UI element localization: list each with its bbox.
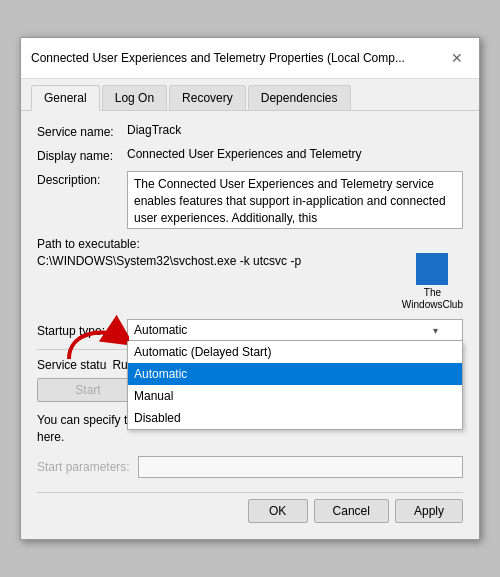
start-params-row: Start parameters: [37,456,463,478]
service-status-label: Service statu [37,358,106,372]
close-button[interactable]: ✕ [445,46,469,70]
description-row: Description: The Connected User Experien… [37,171,463,229]
dropdown-item-automatic[interactable]: Automatic [128,363,462,385]
startup-type-display[interactable]: Automatic ▾ [127,319,463,341]
service-name-label: Service name: [37,123,127,139]
path-label: Path to executable: [37,237,463,251]
path-value: C:\WINDOWS\System32\svchost.exe -k utcsv… [37,253,394,270]
blue-square-icon [416,253,448,285]
startup-select-area[interactable]: Automatic ▾ Automatic (Delayed Start) Au… [127,319,463,341]
startup-dropdown-list[interactable]: Automatic (Delayed Start) Automatic Manu… [127,341,463,430]
display-name-label: Display name: [37,147,127,163]
ok-button[interactable]: OK [248,499,308,523]
tab-general[interactable]: General [31,85,100,111]
dropdown-item-manual[interactable]: Manual [128,385,462,407]
dropdown-item-delayed[interactable]: Automatic (Delayed Start) [128,341,462,363]
start-params-input[interactable] [138,456,463,478]
description-label: Description: [37,171,127,187]
start-params-label: Start parameters: [37,460,130,474]
window-title: Connected User Experiences and Telemetry… [31,51,445,65]
display-name-row: Display name: Connected User Experiences… [37,147,463,163]
service-name-value: DiagTrack [127,123,463,137]
tab-dependencies[interactable]: Dependencies [248,85,351,110]
tab-bar: General Log On Recovery Dependencies [21,79,479,111]
cancel-button[interactable]: Cancel [314,499,389,523]
startup-type-current: Automatic [134,323,187,337]
tab-content: Service name: DiagTrack Display name: Co… [21,111,479,539]
startup-type-label: Startup type: [37,322,127,338]
startup-type-row: Startup type: Automatic ▾ [37,319,463,341]
properties-window: Connected User Experiences and Telemetry… [20,37,480,540]
chevron-down-icon: ▾ [433,325,438,336]
path-value-row: C:\WINDOWS\System32\svchost.exe -k utcsv… [37,253,463,311]
path-section: Path to executable: C:\WINDOWS\System32\… [37,237,463,311]
tab-recovery[interactable]: Recovery [169,85,246,110]
badge-text: TheWindowsClub [402,287,463,311]
display-name-value: Connected User Experiences and Telemetry [127,147,463,161]
start-button[interactable]: Start [37,378,139,402]
service-name-row: Service name: DiagTrack [37,123,463,139]
windows-club-badge: TheWindowsClub [402,253,463,311]
title-bar: Connected User Experiences and Telemetry… [21,38,479,79]
tab-logon[interactable]: Log On [102,85,167,110]
description-value: The Connected User Experiences and Telem… [127,171,463,229]
bottom-buttons: OK Cancel Apply [37,492,463,527]
apply-button[interactable]: Apply [395,499,463,523]
dropdown-item-disabled[interactable]: Disabled [128,407,462,429]
